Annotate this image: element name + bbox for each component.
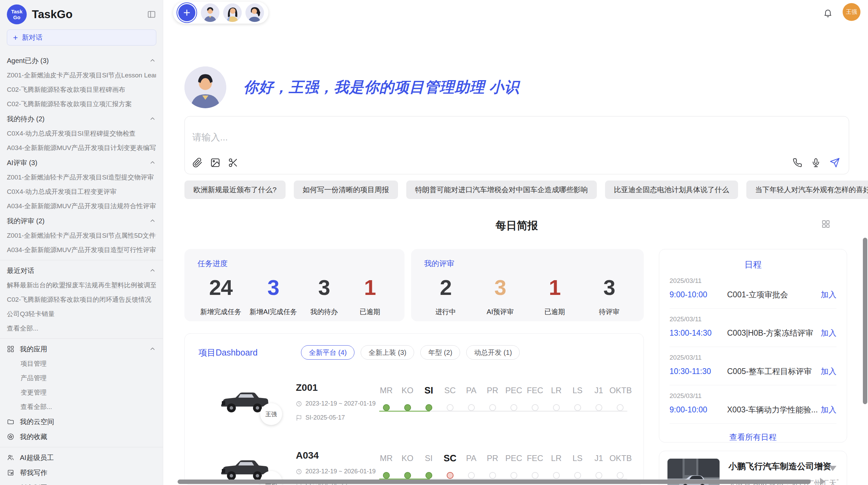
notification-bell-icon[interactable] bbox=[823, 8, 833, 18]
milestone-label: J1 bbox=[588, 452, 610, 464]
my-apps-header[interactable]: 我的应用 bbox=[7, 341, 156, 357]
dashboard-tab[interactable]: 动总开发 (1) bbox=[466, 345, 520, 360]
vertical-scrollbar[interactable] bbox=[863, 238, 867, 404]
join-event-link[interactable]: 加入 bbox=[821, 289, 836, 300]
assistant-avatar[interactable] bbox=[245, 3, 264, 22]
milestone-label: SI bbox=[418, 385, 439, 396]
milestone-label: LR bbox=[546, 452, 567, 464]
recent-conversation-item[interactable]: C02-飞腾新能源轻客改款项目的闭环通告反馈情况 bbox=[7, 293, 156, 307]
project-row[interactable]: 王强 A034 2023-12-19 ~ 2026-01-19 SC-2025-… bbox=[198, 444, 630, 485]
join-event-link[interactable]: 加入 bbox=[821, 366, 836, 377]
sidebar-conversation-item[interactable]: Z001-全新燃油皮卡产品开发项目SI节点Lesson Learn报告 bbox=[7, 68, 156, 83]
chevron-up-icon[interactable] bbox=[149, 115, 156, 122]
section-header-recent[interactable]: 最近对话 bbox=[7, 263, 156, 278]
milestone: J1 bbox=[588, 385, 610, 419]
chevron-up-icon[interactable] bbox=[149, 267, 156, 274]
stat-label: 新增AI完成任务 bbox=[250, 307, 297, 316]
chevron-up-icon[interactable] bbox=[149, 346, 156, 352]
phone-call-icon[interactable] bbox=[793, 158, 802, 167]
milestone-label: FEC bbox=[525, 385, 546, 396]
milestone: OKTB bbox=[610, 385, 631, 419]
sidebar-item-favorites[interactable]: 我的收藏 bbox=[7, 429, 156, 444]
milestone: SI bbox=[418, 385, 439, 419]
chat-input[interactable] bbox=[192, 132, 707, 143]
owner-name: 王强 bbox=[265, 410, 277, 418]
project-date-range: 2023-12-19 ~ 2026-01-19 bbox=[305, 468, 376, 475]
recent-conversation-item[interactable]: 公司Q3轻卡销量 bbox=[7, 307, 156, 321]
sidebar-conversation-item[interactable]: C02-飞腾新能源轻客改款项目里程碑画布 bbox=[7, 83, 156, 97]
people-icon bbox=[7, 454, 14, 461]
milestone-dot bbox=[617, 404, 624, 411]
sidebar-item-cloud-space[interactable]: 我的云空间 bbox=[7, 414, 156, 429]
project-flag: SI-2025-05-17 bbox=[296, 414, 376, 421]
chevron-up-icon[interactable] bbox=[149, 57, 156, 64]
app-link[interactable]: 变更管理 bbox=[7, 385, 156, 400]
attachment-icon[interactable] bbox=[192, 158, 203, 168]
sidebar-item-creative-drawing[interactable]: 创意制图 bbox=[7, 480, 156, 485]
suggestion-chip[interactable]: 欧洲新规最近颁布了什么? bbox=[184, 181, 286, 199]
milestone-dot bbox=[574, 472, 581, 479]
assistant-avatar[interactable] bbox=[201, 3, 219, 22]
section-header-my-review[interactable]: 我的评审 (2) bbox=[7, 213, 156, 228]
section-header-ai-review[interactable]: AI评审 (3) bbox=[7, 155, 156, 170]
microphone-icon[interactable] bbox=[811, 158, 821, 167]
view-all-schedule-link[interactable]: 查看所有日程 bbox=[670, 424, 836, 443]
section-header-agent-done[interactable]: Agent已办 (3) bbox=[7, 53, 156, 68]
sidebar-list: Agent已办 (3) Z001-全新燃油皮卡产品开发项目SI节点Lesson … bbox=[0, 51, 163, 485]
new-chat-button[interactable]: + 新对话 bbox=[7, 29, 156, 46]
send-icon[interactable] bbox=[830, 158, 840, 168]
clock-icon bbox=[296, 469, 302, 475]
new-chat-label: 新对话 bbox=[22, 33, 43, 42]
suggestion-chip[interactable]: 如何写一份清晰的项目周报 bbox=[294, 181, 398, 199]
milestone-label: KO bbox=[397, 385, 418, 396]
suggestion-chips: 欧洲新规最近颁布了什么?如何写一份清晰的项目周报特朗普可能对进口汽车增税会对中国… bbox=[184, 181, 849, 199]
section-items-my-todo: C0X4-动力总成开发项目SI里程碑提交物检查A034-全新新能源MUV产品开发… bbox=[7, 126, 156, 155]
join-event-link[interactable]: 加入 bbox=[821, 328, 836, 338]
image-upload-icon[interactable] bbox=[210, 158, 220, 168]
sidebar-conversation-item[interactable]: C0X4-动力总成开发项目工程变更评审 bbox=[7, 185, 156, 199]
sidebar-collapse-icon[interactable] bbox=[147, 10, 156, 19]
milestone-dot bbox=[553, 404, 560, 411]
assistant-avatar[interactable] bbox=[223, 3, 242, 22]
recent-conversation-item[interactable]: 解释最新出台的欧盟报废车法规再生塑料比例被调至15%... bbox=[7, 278, 156, 293]
project-car-image: 王强 bbox=[218, 384, 270, 420]
suggestion-chip[interactable]: 当下年轻人对汽车外观有怎样的喜好趋势 bbox=[746, 181, 868, 199]
greeting-text: 你好，王强，我是你的项目管理助理 小识 bbox=[243, 77, 519, 97]
project-row[interactable]: 王强 Z001 2023-12-19 ~ 2027-01-19 SI-2025-… bbox=[198, 376, 630, 427]
sidebar-conversation-item[interactable]: A034-全新新能源MUV产品开发项目造型可行性评审 bbox=[7, 243, 156, 257]
user-avatar[interactable]: 王强 bbox=[843, 3, 860, 21]
sidebar-conversation-item[interactable]: Z001-全新燃油轻卡产品开发项目SI造型提交物评审 bbox=[7, 170, 156, 185]
suggestion-chip[interactable]: 比亚迪全固态电池计划具体说了什么 bbox=[605, 181, 738, 199]
event-name: C005-整车工程目标评审 bbox=[727, 366, 821, 377]
suggestion-chip[interactable]: 特朗普可能对进口汽车增税会对中国车企造成哪些影响 bbox=[406, 181, 597, 199]
dashboard-tab[interactable]: 全新上装 (3) bbox=[361, 345, 414, 360]
section-header-my-todo[interactable]: 我的待办 (2) bbox=[7, 111, 156, 126]
writing-helper-label: 帮我写作 bbox=[20, 468, 47, 477]
join-event-link[interactable]: 加入 bbox=[821, 405, 836, 415]
dashboard-tab[interactable]: 全新平台 (4) bbox=[301, 345, 354, 360]
sidebar-item-writing-helper[interactable]: 帮我写作 bbox=[7, 465, 156, 480]
chevron-up-icon[interactable] bbox=[149, 217, 156, 224]
milestone-label: J1 bbox=[588, 385, 610, 396]
event-row: 9:00-10:00 C001-立项审批会 加入 bbox=[670, 289, 836, 300]
sidebar-conversation-item[interactable]: A034-全新新能源MUV产品开发项目计划变更表编写 bbox=[7, 141, 156, 155]
sidebar-conversation-item[interactable]: C0X4-动力总成开发项目SI里程碑提交物检查 bbox=[7, 126, 156, 141]
add-assistant-button[interactable] bbox=[178, 4, 195, 21]
layout-grid-icon[interactable] bbox=[821, 220, 830, 228]
sidebar-item-ai-staff[interactable]: AI超级员工 bbox=[7, 450, 156, 465]
scroll-down-arrow[interactable] bbox=[829, 466, 836, 471]
recent-view-all-link[interactable]: 查看全部... bbox=[7, 321, 156, 336]
section-items-agent-done: Z001-全新燃油皮卡产品开发项目SI节点Lesson Learn报告C02-飞… bbox=[7, 68, 156, 111]
app-link[interactable]: 产品管理 bbox=[7, 371, 156, 385]
chevron-up-icon[interactable] bbox=[149, 159, 156, 166]
sidebar-conversation-item[interactable]: C02-飞腾新能源轻客改款项目立项汇报方案 bbox=[7, 97, 156, 111]
scroll-right-arrow[interactable] bbox=[820, 478, 825, 485]
horizontal-scrollbar[interactable] bbox=[178, 480, 811, 484]
sidebar-conversation-item[interactable]: Z001-全新燃油轻卡产品开发项目SI节点属性5D文件评审 bbox=[7, 228, 156, 243]
apps-view-all-link[interactable]: 查看全部... bbox=[7, 400, 156, 414]
daily-briefing-title: 每日简报 bbox=[184, 219, 849, 233]
app-link[interactable]: 项目管理 bbox=[7, 357, 156, 371]
dashboard-tab[interactable]: 年型 (2) bbox=[420, 345, 460, 360]
scissors-icon[interactable] bbox=[228, 158, 238, 168]
sidebar-conversation-item[interactable]: A034-全新新能源MUV产品开发项目法规符合性评审 bbox=[7, 199, 156, 213]
